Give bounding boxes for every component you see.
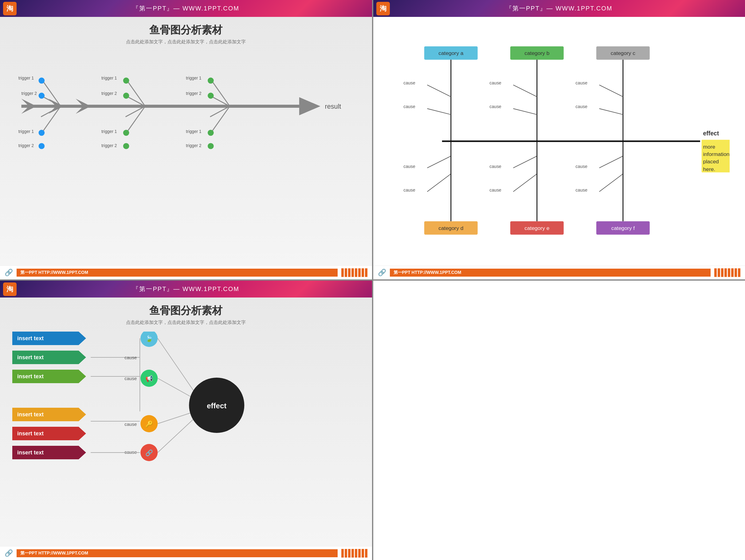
svg-line-12 [127, 106, 145, 132]
svg-text:cause: cause [124, 422, 137, 427]
svg-line-8 [42, 106, 61, 132]
svg-text:category b: category b [524, 50, 549, 56]
svg-text:category a: category a [439, 50, 463, 56]
slide1-subtitle: 点击此处添加文字，点击此处添加文字，点击此处添加文字 [12, 39, 360, 45]
svg-point-33 [123, 143, 129, 149]
slide3-logo: 淘 [3, 282, 17, 296]
svg-text:trigger 1: trigger 1 [186, 76, 201, 80]
slide3-subtitle: 点击此处添加文字，点击此处添加文字，点击此处添加文字 [12, 320, 360, 325]
slide-3: 淘 『第一PPT』— WWW.1PPT.COM 鱼骨图分析素材 点击此处添加文字… [0, 281, 372, 560]
slide-2: 淘 『第一PPT』— WWW.1PPT.COM category a categ… [373, 0, 745, 279]
svg-text:trigger 2: trigger 2 [21, 91, 37, 96]
slide1-footer: 🔗 第一PPT HTTP://WWW.1PPT.COM [0, 266, 372, 279]
slide2-header: 淘 『第一PPT』— WWW.1PPT.COM [373, 0, 745, 17]
svg-point-19 [39, 78, 45, 84]
svg-line-111 [158, 418, 195, 453]
svg-line-13 [126, 106, 145, 117]
slide-4 [373, 281, 745, 560]
svg-text:trigger 1: trigger 1 [19, 129, 34, 134]
svg-text:trigger 2: trigger 2 [186, 91, 201, 96]
footer-decoration [341, 268, 367, 277]
svg-line-69 [513, 174, 537, 191]
svg-text:category c: category c [610, 50, 635, 56]
svg-point-27 [123, 78, 129, 84]
svg-text:trigger 2: trigger 2 [101, 143, 117, 148]
footer-url-3: 第一PPT HTTP://WWW.1PPT.COM [17, 549, 337, 557]
svg-line-53 [427, 109, 451, 114]
svg-text:category e: category e [524, 225, 549, 231]
svg-line-17 [210, 106, 230, 117]
svg-point-31 [123, 130, 129, 136]
svg-text:placed: placed [703, 159, 719, 165]
footer-link-icon: 🔗 [5, 269, 13, 277]
slide1-main-title: 鱼骨图分析素材 [12, 23, 360, 37]
slide3-main-title: 鱼骨图分析素材 [12, 304, 360, 318]
footer-link-icon-2: 🔗 [378, 269, 386, 277]
footer-decoration-3 [341, 549, 367, 558]
slide2-header-title: 『第一PPT』— WWW.1PPT.COM [506, 4, 613, 12]
svg-line-57 [513, 109, 537, 114]
svg-text:cause: cause [124, 450, 137, 455]
svg-line-64 [427, 156, 451, 168]
slide3-header: 淘 『第一PPT』— WWW.1PPT.COM [0, 281, 372, 298]
svg-line-16 [212, 106, 230, 132]
svg-text:result: result [325, 103, 341, 110]
svg-text:cause: cause [403, 104, 415, 109]
svg-text:more: more [703, 144, 715, 150]
svg-line-68 [513, 156, 537, 168]
svg-line-10 [127, 80, 145, 106]
svg-text:cause: cause [489, 164, 501, 169]
svg-point-39 [208, 130, 214, 136]
slide1-header-title: 『第一PPT』— WWW.1PPT.COM [132, 4, 239, 12]
slide3-header-title: 『第一PPT』— WWW.1PPT.COM [132, 285, 239, 293]
footer-url: 第一PPT HTTP://WWW.1PPT.COM [17, 269, 337, 277]
svg-point-41 [208, 143, 214, 149]
svg-line-6 [42, 80, 61, 106]
svg-text:category f: category f [611, 225, 635, 231]
svg-line-60 [599, 85, 623, 97]
svg-line-14 [212, 80, 230, 106]
svg-text:cause: cause [575, 164, 587, 169]
slide4-content [373, 281, 745, 560]
slide3-footer: 🔗 第一PPT HTTP://WWW.1PPT.COM [0, 546, 372, 560]
svg-line-109 [158, 378, 195, 399]
svg-point-21 [39, 93, 45, 99]
svg-text:cause: cause [575, 187, 587, 193]
slide1-header: 淘 『第一PPT』— WWW.1PPT.COM [0, 0, 372, 17]
slide3-connections: 🍃 cause 📢 cause 🔑 cause 🔗 cause [12, 331, 360, 491]
svg-point-25 [39, 143, 45, 149]
svg-text:cause: cause [489, 187, 501, 193]
slide-1: 淘 『第一PPT』— WWW.1PPT.COM 鱼骨图分析素材 点击此处添加文字… [0, 0, 372, 279]
slide3-content: 鱼骨图分析素材 点击此处添加文字，点击此处添加文字，点击此处添加文字 inser… [0, 298, 372, 546]
slide2-content: category a category b category c cause c… [373, 17, 745, 266]
svg-text:🔑: 🔑 [145, 420, 153, 428]
svg-line-108 [158, 338, 195, 393]
svg-line-72 [599, 156, 623, 168]
svg-text:here.: here. [703, 166, 715, 172]
svg-line-52 [427, 85, 451, 97]
svg-text:📢: 📢 [145, 375, 153, 382]
svg-text:cause: cause [489, 104, 501, 109]
slide1-logo: 淘 [3, 2, 17, 15]
svg-text:cause: cause [403, 80, 415, 85]
svg-text:cause: cause [489, 80, 501, 85]
svg-line-65 [427, 174, 451, 191]
svg-text:🍃: 🍃 [145, 335, 153, 342]
fishbone-diagram-1: result trigger 1 trigger 2 [12, 54, 360, 159]
svg-text:trigger 2: trigger 2 [186, 143, 201, 148]
svg-line-110 [158, 411, 195, 424]
svg-line-56 [513, 85, 537, 97]
svg-text:effect: effect [703, 130, 719, 137]
svg-text:trigger 2: trigger 2 [101, 91, 117, 96]
svg-text:trigger 1: trigger 1 [186, 129, 201, 134]
svg-line-73 [599, 174, 623, 191]
svg-line-9 [41, 106, 61, 117]
slide2-logo: 淘 [376, 2, 390, 15]
svg-text:cause: cause [124, 355, 137, 360]
svg-text:information: information [703, 151, 729, 157]
slide2-footer: 🔗 第一PPT HTTP://WWW.1PPT.COM [373, 266, 745, 279]
svg-marker-1 [299, 97, 320, 115]
svg-text:cause: cause [575, 80, 587, 85]
svg-text:trigger 1: trigger 1 [101, 129, 117, 134]
fishbone-diagram-2: category a category b category c cause c… [389, 26, 730, 256]
